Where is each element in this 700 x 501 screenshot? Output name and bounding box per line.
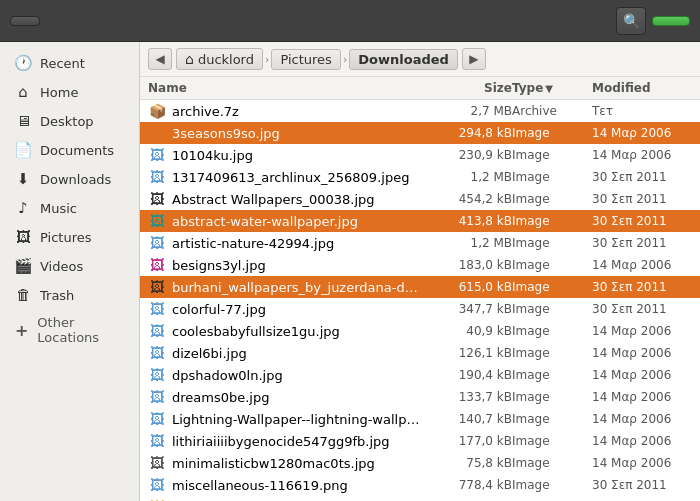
table-row[interactable]: 🖼 minimalisticbw1280mac0ts.jpg 75,8 kB I… [140,452,700,474]
search-icon: 🔍 [623,13,640,29]
file-modified: 14 Μαρ 2006 [592,456,692,470]
file-type: Image [512,148,592,162]
file-modified: 30 Σεπ 2011 [592,236,692,250]
file-size: 778,4 kB [422,478,512,492]
column-name[interactable]: Name [148,81,422,95]
sidebar-item-trash[interactable]: 🗑Trash [4,281,135,309]
back-icon: ◀ [155,52,164,66]
table-row[interactable]: 🖼 colorful-77.jpg 347,7 kB Image 30 Σεπ … [140,298,700,320]
table-row[interactable]: 🖼 Lightning-Wallpaper--lightning-wallpap… [140,408,700,430]
file-name: dizel6bi.jpg [172,346,247,361]
sidebar-item-videos[interactable]: 🎬Videos [4,252,135,280]
file-icon: 🖼 [150,345,164,361]
search-button[interactable]: 🔍 [616,7,646,35]
file-type: Archive [512,104,592,118]
file-name: 10104ku.jpg [172,148,253,163]
file-icon: 🖼 [150,147,164,163]
open-button[interactable] [652,16,690,26]
breadcrumb-separator: › [265,53,269,66]
breadcrumb-item-downloaded[interactable]: Downloaded [349,49,458,70]
file-modified: Τετ [592,104,692,118]
file-modified: 30 Σεπ 2011 [592,302,692,316]
file-type: Image [512,346,592,360]
table-row[interactable]: 🖼 besigns3yl.jpg 183,0 kB Image 14 Μαρ 2… [140,254,700,276]
sidebar-item-label: Documents [40,143,114,158]
breadcrumb-item-ducklord[interactable]: ⌂ ducklord [176,48,263,70]
file-type: Image [512,302,592,316]
file-type: Image [512,434,592,448]
file-name-cell: 🖼 dpshadow0ln.jpg [148,366,422,384]
documents-icon: 📄 [14,141,32,159]
file-name-cell: 🖼 dreams0be.jpg [148,388,422,406]
table-row[interactable]: 🖼 dizel6bi.jpg 126,1 kB Image 14 Μαρ 200… [140,342,700,364]
table-row[interactable]: 🖼 miscellaneous-116619.png 778,4 kB Imag… [140,474,700,496]
file-size: 1,2 MB [422,236,512,250]
file-name: minimalisticbw1280mac0ts.jpg [172,456,375,471]
file-name: archive.7z [172,104,239,119]
file-icon: 🖼 [150,477,164,493]
file-size: 413,8 kB [422,214,512,228]
sidebar-item-recent[interactable]: 🕐Recent [4,49,135,77]
file-size: 40,9 kB [422,324,512,338]
file-icon: 🖼 [150,411,164,427]
file-modified: 30 Σεπ 2011 [592,478,692,492]
file-type: Image [512,280,592,294]
table-row[interactable]: 🖼 abstract-water-wallpaper.jpg 413,8 kB … [140,210,700,232]
sidebar-item-label: Music [40,201,77,216]
sidebar-item-documents[interactable]: 📄Documents [4,136,135,164]
file-name: 3seasons9so.jpg [172,126,280,141]
file-list-header: Name Size Type ▼ Modified [140,77,700,100]
file-icon: 🖼 [150,191,164,207]
column-size[interactable]: Size [422,81,512,95]
file-type: Image [512,214,592,228]
back-button[interactable]: ◀ [148,48,172,70]
sidebar-item-other[interactable]: +Other Locations [4,310,135,350]
file-size: 126,1 kB [422,346,512,360]
file-modified: 14 Μαρ 2006 [592,390,692,404]
sidebar-item-desktop[interactable]: 🖥Desktop [4,107,135,135]
file-name: Lightning-Wallpaper--lightning-wallpaper… [172,412,422,427]
forward-button[interactable]: ▶ [462,48,486,70]
file-name-cell: 🖼 coolesbabyfullsize1gu.jpg [148,322,422,340]
table-row[interactable]: 📦 archive.7z 2,7 MB Archive Τετ [140,100,700,122]
table-row[interactable]: 🖼 burhani_wallpapers_by_juzerdana-d3k4h2… [140,276,700,298]
sidebar-item-downloads[interactable]: ⬇Downloads [4,165,135,193]
file-icon: 🖼 [150,367,164,383]
file-name: burhani_wallpapers_by_juzerdana-d3k4h2q.… [172,280,422,295]
column-type[interactable]: Type ▼ [512,81,592,95]
file-icon: 🖼 [150,213,164,229]
file-icon: 🖼 [150,433,164,449]
table-row[interactable]: 🖼 1317409613_archlinux_256809.jpeg 1,2 M… [140,166,700,188]
file-size: 190,4 kB [422,368,512,382]
table-row[interactable]: 🖼 MSN Messenger.jpg 215,6 kB Image 14 Μα… [140,496,700,501]
file-modified: 14 Μαρ 2006 [592,346,692,360]
file-name: besigns3yl.jpg [172,258,266,273]
table-row[interactable]: 🖼 lithiriaiiiibygenocide547gg9fb.jpg 177… [140,430,700,452]
table-row[interactable]: 🖼 dreams0be.jpg 133,7 kB Image 14 Μαρ 20… [140,386,700,408]
main-area: 🕐Recent⌂Home🖥Desktop📄Documents⬇Downloads… [0,42,700,501]
table-row[interactable]: 🖼 artistic-nature-42994.jpg 1,2 MB Image… [140,232,700,254]
file-type: Image [512,368,592,382]
home-icon: ⌂ [14,83,32,101]
file-name-cell: 🖼 lithiriaiiiibygenocide547gg9fb.jpg [148,432,422,450]
column-modified[interactable]: Modified [592,81,692,95]
table-row[interactable]: 🖼 coolesbabyfullsize1gu.jpg 40,9 kB Imag… [140,320,700,342]
table-row[interactable]: 🖼 dpshadow0ln.jpg 190,4 kB Image 14 Μαρ … [140,364,700,386]
file-modified: 14 Μαρ 2006 [592,412,692,426]
breadcrumb-item-pictures[interactable]: Pictures [271,49,340,70]
cancel-button[interactable] [10,16,40,26]
file-size: 294,8 kB [422,126,512,140]
table-row[interactable]: 🖼 3seasons9so.jpg 294,8 kB Image 14 Μαρ … [140,122,700,144]
videos-icon: 🎬 [14,257,32,275]
sidebar-item-pictures[interactable]: 🖼Pictures [4,223,135,251]
sidebar-item-label: Pictures [40,230,91,245]
table-row[interactable]: 🖼 10104ku.jpg 230,9 kB Image 14 Μαρ 2006 [140,144,700,166]
file-icon: 📦 [149,103,166,119]
sidebar-item-home[interactable]: ⌂Home [4,78,135,106]
sidebar-item-music[interactable]: ♪Music [4,194,135,222]
file-name-cell: 🖼 miscellaneous-116619.png [148,476,422,494]
file-name: artistic-nature-42994.jpg [172,236,334,251]
recent-icon: 🕐 [14,54,32,72]
table-row[interactable]: 🖼 Abstract Wallpapers_00038.jpg 454,2 kB… [140,188,700,210]
file-icon: 🖼 [150,455,164,471]
